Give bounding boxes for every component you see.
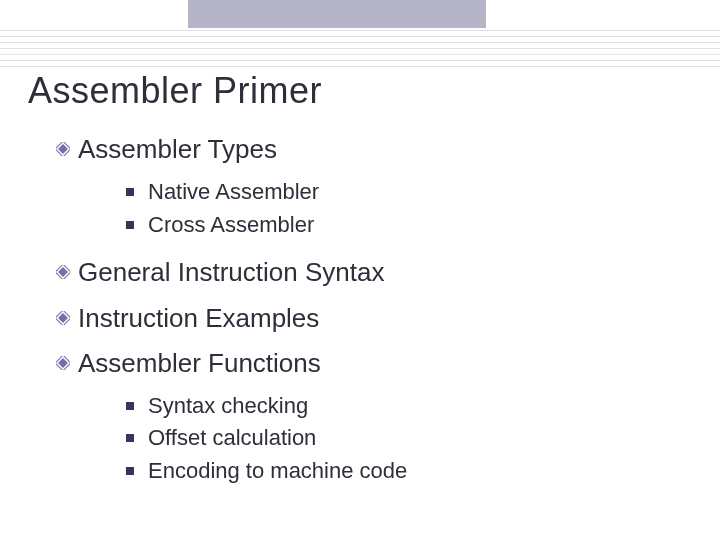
bullet-list: Assembler Types Native Assembler Cross A…	[56, 132, 692, 486]
square-bullet-icon	[126, 434, 134, 442]
svg-rect-0	[58, 144, 68, 154]
sub-bullet-list: Syntax checking Offset calculation Encod…	[126, 391, 692, 486]
square-bullet-icon	[126, 221, 134, 229]
list-item-label: Offset calculation	[148, 423, 316, 453]
list-item-label: Native Assembler	[148, 177, 319, 207]
list-item: Syntax checking	[126, 391, 692, 421]
list-item-label: General Instruction Syntax	[78, 255, 384, 290]
diamond-bullet-icon	[56, 265, 70, 279]
list-item-label: Assembler Functions	[78, 346, 321, 381]
diamond-bullet-icon	[56, 356, 70, 370]
square-bullet-icon	[126, 402, 134, 410]
list-item-label: Encoding to machine code	[148, 456, 407, 486]
decorative-top-band	[188, 0, 486, 28]
square-bullet-icon	[126, 188, 134, 196]
list-item: Assembler Types	[56, 132, 692, 167]
svg-rect-2	[58, 268, 68, 278]
list-item: Cross Assembler	[126, 210, 692, 240]
list-item: Assembler Functions	[56, 346, 692, 381]
svg-rect-6	[58, 358, 68, 368]
slide-title: Assembler Primer	[28, 70, 692, 112]
svg-rect-4	[58, 313, 68, 323]
diamond-bullet-icon	[56, 142, 70, 156]
diamond-bullet-icon	[56, 311, 70, 325]
decorative-gridlines	[0, 30, 720, 69]
sub-bullet-list: Native Assembler Cross Assembler	[126, 177, 692, 239]
slide: Assembler Primer Assembler Types Native …	[0, 0, 720, 540]
list-item-label: Syntax checking	[148, 391, 308, 421]
list-item: Native Assembler	[126, 177, 692, 207]
square-bullet-icon	[126, 467, 134, 475]
list-item: General Instruction Syntax	[56, 255, 692, 290]
slide-content: Assembler Primer Assembler Types Native …	[28, 70, 692, 502]
list-item: Encoding to machine code	[126, 456, 692, 486]
list-item-label: Cross Assembler	[148, 210, 314, 240]
list-item-label: Assembler Types	[78, 132, 277, 167]
list-item: Offset calculation	[126, 423, 692, 453]
list-item: Instruction Examples	[56, 301, 692, 336]
list-item-label: Instruction Examples	[78, 301, 319, 336]
